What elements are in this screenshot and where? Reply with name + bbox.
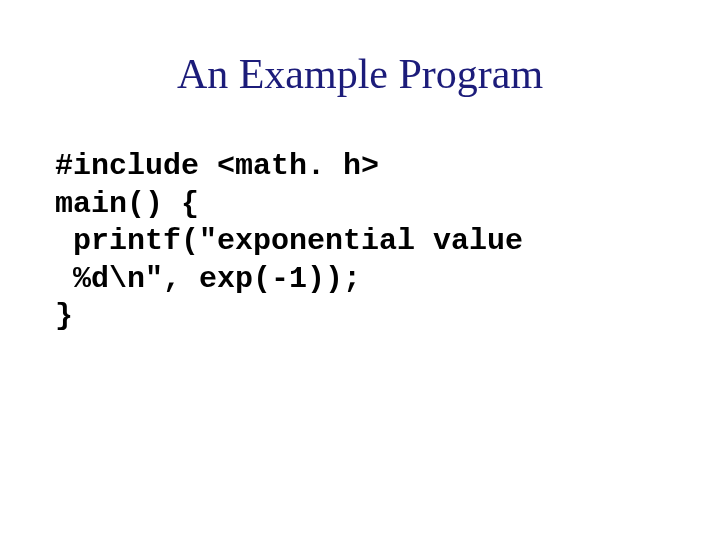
code-line-1: #include <math. h> — [55, 149, 379, 183]
code-block: #include <math. h> main() { printf("expo… — [55, 148, 670, 336]
code-line-4: %d\n", exp(-1)); — [55, 262, 361, 296]
slide-title: An Example Program — [50, 50, 670, 98]
code-line-3: printf("exponential value — [55, 224, 523, 258]
slide: An Example Program #include <math. h> ma… — [0, 0, 720, 540]
code-line-5: } — [55, 299, 73, 333]
code-line-2: main() { — [55, 187, 199, 221]
